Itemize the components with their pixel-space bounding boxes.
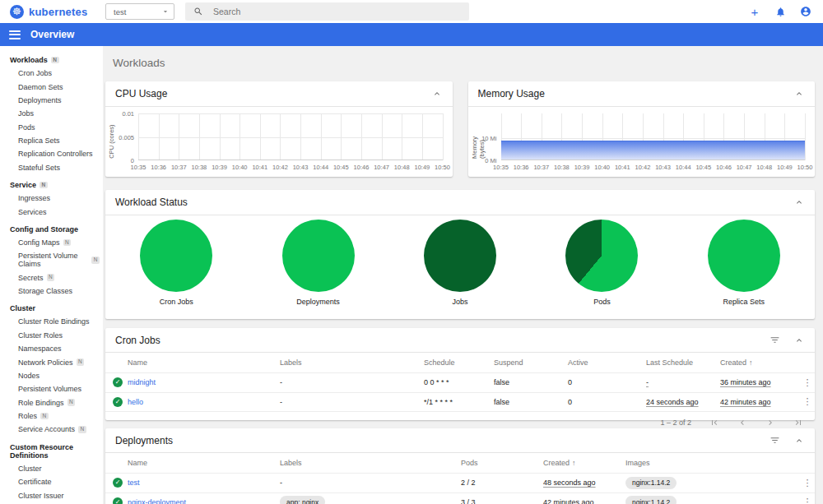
column-header-created[interactable]: Created↑	[720, 358, 800, 367]
sidebar-item-persistent-volumes[interactable]: Persistent Volumes	[0, 382, 103, 395]
status-pie-jobs: Jobs	[389, 220, 531, 319]
image-chip: nginx:1.14.2	[625, 477, 677, 489]
sidebar-section-workloads[interactable]: WorkloadsN	[0, 49, 103, 67]
collapse-button[interactable]	[431, 88, 443, 99]
column-header-label: Schedule	[424, 358, 455, 367]
column-header-name[interactable]: Name	[128, 358, 280, 367]
pagination-range-label: 1 – 2 of 2	[660, 418, 691, 427]
user-account-button[interactable]	[798, 4, 813, 19]
column-header-name[interactable]: Name	[128, 459, 280, 467]
next-page-button[interactable]	[765, 418, 775, 428]
sidebar-item-service-accounts[interactable]: Service AccountsN	[0, 423, 103, 436]
filter-button[interactable]	[769, 335, 780, 346]
grid-line	[805, 113, 806, 160]
sidebar-section-config-and-storage[interactable]: Config and Storage	[0, 219, 103, 236]
created-cell: 42 minutes ago	[543, 498, 625, 504]
sidebar-item-label: Replication Controllers	[18, 150, 93, 158]
sidebar-item-label: Stateful Sets	[18, 164, 60, 172]
sidebar-section-custom-resource-definitions[interactable]: Custom Resource Definitions	[0, 437, 103, 462]
sidebar-item-namespaces[interactable]: Namespaces	[0, 342, 103, 355]
sidebar-item-nodes[interactable]: Nodes	[0, 369, 103, 382]
sidebar-item-daemon-sets[interactable]: Daemon Sets	[0, 80, 103, 93]
sidebar-item-persistent-volume-claims[interactable]: Persistent Volume ClaimsN	[0, 249, 103, 270]
table-row: ✓midnight-0 0 * * *false0-36 minutes ago…	[105, 372, 815, 392]
sidebar-section-cluster[interactable]: Cluster	[0, 298, 103, 315]
column-header-last-schedule[interactable]: Last Schedule	[646, 358, 720, 367]
sidebar-item-ingresses[interactable]: Ingresses	[0, 192, 103, 205]
kebab-menu-icon[interactable]: ⋮	[800, 396, 815, 407]
collapse-button[interactable]	[793, 197, 805, 208]
pie-chart-label: Pods	[593, 298, 611, 306]
cpu-usage-card: CPU Usage CPU (cores) 10:3510:3610:3710:…	[105, 81, 453, 177]
column-header-labels[interactable]: Labels	[280, 459, 461, 467]
labels-cell: -	[280, 398, 424, 406]
menu-hamburger-icon[interactable]	[9, 28, 21, 41]
sidebar-item-role-bindings[interactable]: Role BindingsN	[0, 396, 103, 409]
sidebar-item-pods[interactable]: Pods	[0, 121, 103, 134]
sidebar-item-certificate[interactable]: Certificate	[0, 475, 103, 488]
column-header-created[interactable]: Created↑	[543, 459, 625, 467]
column-header-suspend[interactable]: Suspend	[494, 358, 568, 367]
x-axis-tick: 10:43	[655, 164, 671, 171]
sidebar-item-cluster-issuer[interactable]: Cluster Issuer	[0, 488, 103, 502]
sidebar-item-label: Cluster Role Bindings	[18, 317, 90, 326]
sidebar-item-jobs[interactable]: Jobs	[0, 107, 103, 120]
column-header-schedule[interactable]: Schedule	[424, 358, 494, 367]
last-page-button[interactable]	[793, 418, 803, 428]
sidebar: WorkloadsNCron JobsDaemon SetsDeployment…	[0, 46, 103, 504]
grid-line	[138, 113, 443, 114]
x-axis-tick: 10:36	[514, 164, 529, 171]
namespaced-badge: N	[40, 182, 48, 189]
sidebar-item-config-maps[interactable]: Config MapsN	[0, 236, 103, 249]
collapse-button[interactable]	[793, 435, 805, 446]
sidebar-item-services[interactable]: Services	[0, 205, 103, 218]
sidebar-item-cluster[interactable]: Cluster	[0, 462, 103, 475]
page-title: Workloads	[113, 57, 815, 69]
deployment-name-link[interactable]: test	[128, 479, 280, 487]
kebab-menu-icon[interactable]: ⋮	[800, 478, 815, 488]
x-axis-tick: 10:35	[131, 164, 146, 171]
collapse-button[interactable]	[793, 335, 805, 346]
sidebar-item-cluster-roles[interactable]: Cluster Roles	[0, 329, 103, 342]
x-axis-tick: 10:48	[394, 164, 410, 171]
column-header-images[interactable]: Images	[625, 459, 800, 467]
plus-icon: +	[751, 6, 759, 18]
sidebar-item-replication-controllers[interactable]: Replication Controllers	[0, 147, 103, 160]
pie-chart	[140, 220, 212, 292]
column-header-pods[interactable]: Pods	[461, 459, 543, 467]
sidebar-item-cron-jobs[interactable]: Cron Jobs	[0, 67, 103, 80]
cron-job-name-link[interactable]: midnight	[128, 378, 280, 386]
previous-page-button[interactable]	[737, 418, 747, 428]
sidebar-item-storage-classes[interactable]: Storage Classes	[0, 284, 103, 298]
kebab-menu-icon[interactable]: ⋮	[800, 497, 815, 504]
sidebar-item-cluster-role-bindings[interactable]: Cluster Role Bindings	[0, 315, 103, 328]
deployment-name-link[interactable]: nginx-deployment	[128, 498, 280, 504]
pie-chart-label: Replica Sets	[723, 298, 765, 306]
column-header-active[interactable]: Active	[568, 358, 646, 367]
x-axis-tick: 10:44	[313, 164, 328, 171]
column-header-label: Last Schedule	[646, 358, 693, 367]
sidebar-item-deployments[interactable]: Deployments	[0, 94, 103, 107]
sidebar-item-secrets[interactable]: SecretsN	[0, 271, 103, 284]
grid-line	[501, 138, 806, 139]
create-resource-button[interactable]: +	[747, 4, 762, 19]
sidebar-section-service[interactable]: ServiceN	[0, 174, 103, 192]
labels-cell: -	[280, 378, 424, 386]
kubernetes-logo[interactable]: ☸ kubernetes	[10, 5, 87, 19]
kebab-menu-icon[interactable]: ⋮	[800, 377, 815, 388]
column-header-labels[interactable]: Labels	[280, 358, 424, 367]
column-header-label: Pods	[461, 459, 478, 467]
search-input[interactable]: Search	[185, 2, 469, 21]
schedule-cell: */1 * * * *	[424, 398, 494, 406]
first-page-button[interactable]	[709, 418, 719, 428]
created-cell: 42 minutes ago	[720, 398, 800, 406]
sidebar-item-stateful-sets[interactable]: Stateful Sets	[0, 161, 103, 174]
cron-job-name-link[interactable]: hello	[128, 398, 280, 406]
sidebar-item-roles[interactable]: RolesN	[0, 409, 103, 423]
collapse-button[interactable]	[793, 88, 805, 99]
sidebar-item-network-policies[interactable]: Network PoliciesN	[0, 355, 103, 368]
sidebar-item-replica-sets[interactable]: Replica Sets	[0, 134, 103, 147]
notifications-button[interactable]	[773, 4, 788, 19]
filter-button[interactable]	[769, 435, 780, 446]
namespace-selector[interactable]: test	[105, 3, 174, 20]
